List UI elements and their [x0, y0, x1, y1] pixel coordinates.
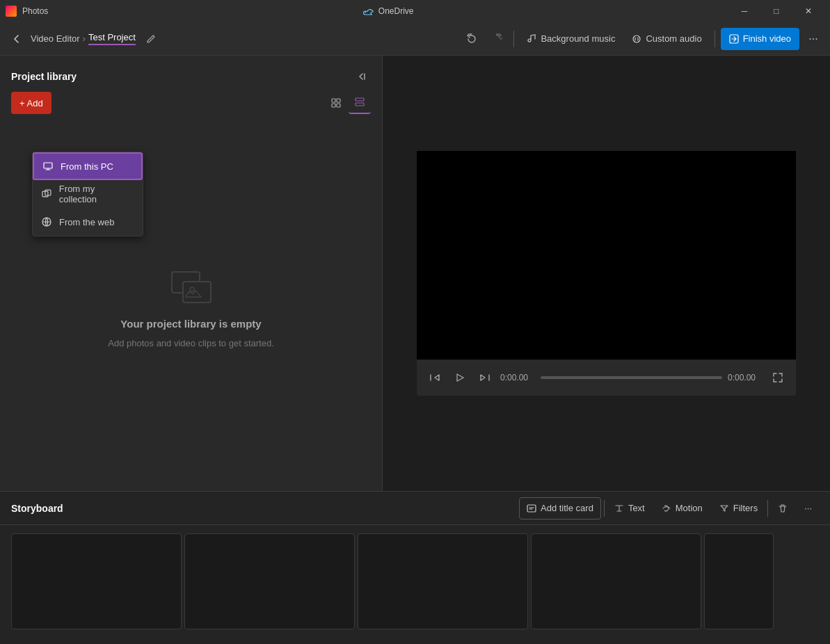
from-pc-label: From this PC	[61, 161, 113, 172]
video-preview-panel: 0:00.00 0:00.00	[383, 56, 830, 491]
storyboard-actions: Add title card Text Motion Fi	[519, 497, 819, 520]
view-toggle	[325, 92, 371, 114]
play-button[interactable]	[450, 368, 470, 387]
from-web-option[interactable]: From the web	[33, 208, 143, 236]
back-icon	[11, 33, 22, 45]
filters-icon	[719, 504, 729, 513]
add-title-card-label: Add title card	[541, 503, 593, 513]
audio-icon	[632, 34, 641, 44]
undo-icon	[466, 33, 477, 45]
grid-view-button[interactable]	[325, 92, 347, 114]
redo-button[interactable]	[486, 28, 508, 50]
storyboard-clip-4[interactable]	[531, 533, 701, 629]
toolbar-separator-1	[513, 31, 514, 47]
computer-icon	[42, 161, 54, 172]
player-controls: 0:00.00 0:00.00	[417, 360, 796, 396]
more-icon: ···	[808, 33, 817, 45]
web-icon	[41, 216, 52, 227]
storyboard-clip-2[interactable]	[184, 533, 355, 629]
more-options-button[interactable]: ···	[802, 28, 824, 50]
svg-rect-15	[527, 505, 536, 512]
rename-button[interactable]	[141, 29, 161, 49]
onedrive-area: OneDrive	[363, 6, 414, 17]
add-dropdown-menu: From this PC From my collection From the…	[32, 152, 143, 236]
panel-title: Project library	[11, 71, 77, 82]
svg-rect-5	[337, 104, 340, 107]
motion-icon	[662, 504, 671, 513]
svg-rect-4	[332, 104, 335, 107]
list-view-button[interactable]	[349, 92, 371, 114]
text-button[interactable]: Text	[607, 497, 652, 520]
video-canvas	[417, 151, 796, 360]
panel-header: Project library	[0, 56, 382, 92]
title-bar: Photos OneDrive ─ □ ✕	[0, 0, 830, 22]
minimize-button[interactable]: ─	[728, 0, 760, 22]
toolbar-separator-2	[715, 31, 715, 47]
storyboard-more-button[interactable]: ···	[797, 497, 819, 520]
current-time: 0:00.00	[500, 373, 535, 383]
storyboard-title: Storyboard	[11, 503, 63, 514]
add-button[interactable]: + Add	[11, 92, 51, 114]
storyboard-clip-5[interactable]	[704, 533, 774, 629]
main-content: Project library + Add	[0, 56, 830, 491]
add-title-card-button[interactable]: Add title card	[519, 497, 601, 520]
custom-audio-label: Custom audio	[646, 33, 701, 44]
empty-subtitle: Add photos and video clips to get starte…	[108, 338, 274, 348]
from-pc-option[interactable]: From this PC	[33, 152, 143, 180]
list-icon	[354, 97, 365, 108]
empty-state-icon	[169, 265, 214, 309]
storyboard-panel: Storyboard Add title card Text	[0, 491, 830, 644]
window-controls[interactable]: ─ □ ✕	[728, 0, 824, 22]
fullscreen-button[interactable]	[768, 368, 788, 387]
motion-button[interactable]: Motion	[655, 497, 710, 520]
storyboard-clip-3[interactable]	[358, 533, 528, 629]
rewind-icon	[429, 372, 440, 383]
breadcrumb-current: Test Project	[88, 32, 136, 45]
app-icon	[6, 6, 17, 17]
storyboard-clip-1[interactable]	[11, 533, 182, 629]
svg-rect-7	[356, 103, 364, 106]
app-name: Photos	[22, 6, 48, 16]
progress-bar[interactable]	[541, 376, 722, 379]
collapse-icon	[356, 71, 367, 82]
filters-button[interactable]: Filters	[712, 497, 765, 520]
collapse-panel-button[interactable]	[351, 67, 371, 86]
svg-rect-3	[337, 99, 340, 102]
motion-label: Motion	[676, 503, 703, 513]
filters-label: Filters	[733, 503, 758, 513]
toolbar: Video Editor › Test Project Backgroun	[0, 22, 830, 56]
text-label: Text	[628, 503, 645, 513]
more-dots: ···	[804, 503, 812, 513]
music-note-icon	[527, 34, 536, 44]
back-button[interactable]	[6, 28, 28, 50]
undo-button[interactable]	[461, 28, 483, 50]
panel-toolbar: + Add	[0, 92, 382, 122]
svg-rect-8	[44, 163, 52, 168]
play-icon	[454, 372, 465, 383]
fullscreen-icon	[772, 372, 783, 383]
close-button[interactable]: ✕	[792, 0, 824, 22]
maximize-button[interactable]: □	[760, 0, 792, 22]
forward-button[interactable]	[475, 368, 495, 387]
rewind-button[interactable]	[425, 368, 445, 387]
svg-point-0	[633, 35, 640, 42]
from-collection-option[interactable]: From my collection	[33, 180, 143, 208]
from-web-label: From the web	[59, 217, 114, 227]
custom-audio-button[interactable]: Custom audio	[625, 28, 708, 50]
background-music-button[interactable]: Background music	[520, 28, 622, 50]
finish-video-button[interactable]: Finish video	[721, 28, 799, 50]
breadcrumb-parent[interactable]: Video Editor	[31, 33, 80, 44]
title-bar-left: Photos	[6, 6, 48, 17]
delete-button[interactable]	[771, 497, 795, 520]
export-icon	[729, 34, 739, 44]
title-card-icon	[527, 504, 536, 513]
total-time: 0:00.00	[728, 373, 763, 383]
onedrive-icon	[363, 6, 374, 17]
background-music-label: Background music	[541, 33, 615, 44]
storyboard-header: Storyboard Add title card Text	[0, 492, 830, 525]
forward-icon	[479, 372, 490, 383]
storyboard-clips	[0, 525, 830, 638]
media-icon	[169, 265, 214, 309]
toolbar-actions: Background music Custom audio Finish vid…	[461, 28, 824, 50]
storyboard-divider	[604, 500, 605, 517]
